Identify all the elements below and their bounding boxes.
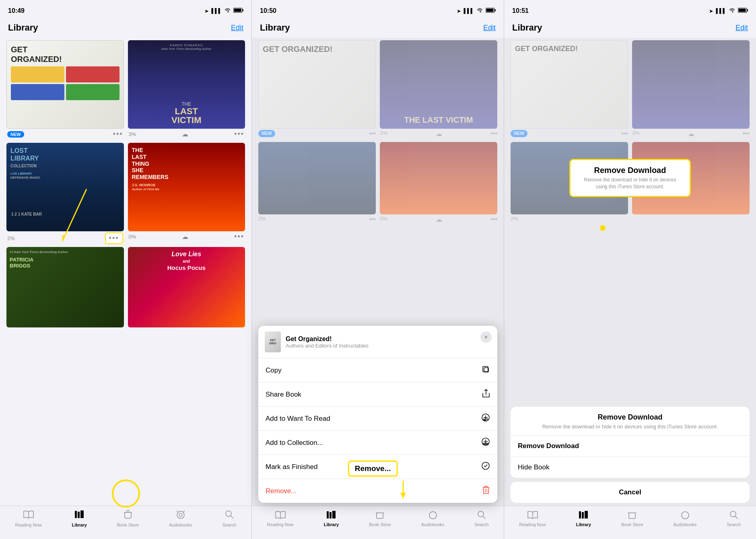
share-icon	[482, 389, 490, 400]
bg-books-row2: 2%••• 0%☁•••	[252, 141, 504, 225]
book-item-love-lies[interactable]: Love Lies and Hocus Pocus	[128, 247, 245, 327]
bottom-nav-2: Reading Now Library Book Store Audiobook…	[252, 506, 504, 539]
reading-now-icon-2	[275, 510, 286, 521]
context-book-author: Authors and Editors of Instructables	[286, 343, 369, 349]
context-item-collection[interactable]: Add to Collection...	[258, 431, 497, 455]
reading-now-icon-1	[23, 510, 34, 521]
remove-download-label: Remove Download	[518, 442, 579, 450]
remove-label: Remove...	[266, 487, 297, 495]
location-icon-2: ➤	[457, 8, 461, 14]
svg-point-48	[730, 511, 736, 517]
nav-library-3[interactable]: Library	[571, 509, 596, 529]
more-dots-last-victim[interactable]: •••	[234, 130, 244, 138]
context-item-want-read[interactable]: Add to Want To Read	[258, 407, 497, 431]
nav-bookstore-2[interactable]: Book Store	[364, 509, 396, 529]
context-book-info: Get Organized! Authors and Editors of In…	[286, 335, 369, 349]
cloud-icon-last-thing: ☁	[182, 233, 188, 241]
nav-reading-now-2[interactable]: Reading Now	[262, 509, 299, 529]
wifi-icon-2	[476, 7, 483, 14]
nav-bookstore-1[interactable]: Book Store	[112, 508, 144, 529]
copy-label: Copy	[266, 366, 282, 374]
bookstore-icon-1	[123, 510, 133, 521]
status-icons-3: ➤ ▌▌▌	[709, 7, 748, 14]
svg-point-11	[226, 511, 231, 516]
more-dots-last-thing[interactable]: •••	[234, 232, 244, 241]
panel-3: 10:51 ➤ ▌▌▌ Library Edit GET ORGANIZED!	[504, 0, 756, 539]
context-item-copy[interactable]: Copy	[258, 358, 497, 383]
book-cover-last-thing: THE LAST THING SHE REMEMBERS J.S. MONROE…	[128, 143, 245, 231]
svg-rect-36	[332, 511, 336, 518]
nav-search-2[interactable]: Search	[470, 509, 494, 529]
nav-reading-now-3[interactable]: Reading Now	[515, 509, 551, 529]
nav-search-label-1: Search	[222, 523, 237, 527]
nav-reading-now-1[interactable]: Reading Now	[10, 508, 46, 529]
nav-library-label-1: Library	[72, 523, 87, 527]
nav-audiobooks-label-1: Audiobooks	[169, 523, 192, 527]
wifi-icon-1	[224, 7, 231, 14]
more-dots-lost[interactable]: •••	[105, 232, 123, 244]
book-cover-love-lies: Love Lies and Hocus Pocus	[128, 247, 245, 327]
book-item-last-victim[interactable]: KAREN ROBARDS New York Times Bestselling…	[128, 40, 245, 140]
svg-rect-34	[327, 511, 329, 518]
book-item-lost-library[interactable]: LOST LIBRARY COLLECTION LOS LIBRARY DEFE…	[6, 143, 124, 245]
svg-point-47	[682, 512, 689, 519]
context-item-share[interactable]: Share Book	[258, 383, 497, 407]
book-meta-last-thing: 0% ☁ •••	[128, 231, 245, 242]
nav-search-1[interactable]: Search	[218, 508, 241, 529]
signal-icon-3: ▌▌▌	[716, 8, 726, 14]
book-item-get-organized[interactable]: GET ORGANIZED! NEW •••	[6, 40, 124, 140]
audiobooks-icon-3	[680, 510, 690, 521]
panel-2: 10:50 ➤ ▌▌▌ Library Edit GET ORGANIZED!	[252, 0, 504, 539]
more-dots-get[interactable]: •••	[113, 130, 123, 138]
bottom-nav-3: Reading Now Library Book Store Audiobook…	[504, 506, 756, 539]
action-sheet-cancel[interactable]: Cancel	[511, 482, 750, 503]
library-icon-3	[578, 510, 589, 521]
edit-button-1[interactable]: Edit	[231, 24, 243, 32]
status-time-2: 10:50	[260, 7, 276, 14]
nav-header-1: Library Edit	[0, 18, 251, 38]
context-item-remove[interactable]: Remove...	[258, 479, 497, 503]
audiobooks-label-3: Audiobooks	[674, 522, 697, 527]
book-item-patricia[interactable]: #1 New York Times Bestselling Author PAT…	[6, 247, 124, 327]
bg-books-3-row1: GET ORGANIZED! NEW ••• 3%☁•••	[504, 38, 756, 141]
bookstore-label-2: Book Store	[369, 522, 391, 527]
edit-button-3[interactable]: Edit	[735, 24, 748, 32]
svg-rect-8	[80, 510, 84, 518]
book-grid-row2: LOST LIBRARY COLLECTION LOS LIBRARY DEFE…	[0, 142, 251, 246]
svg-point-38	[478, 511, 484, 517]
remove-callout: Remove...	[348, 461, 398, 477]
audiobooks-label-2: Audiobooks	[421, 522, 445, 527]
bottom-nav-1: Reading Now Library Book Store Audiobook…	[0, 506, 251, 539]
signal-icon-2: ▌▌▌	[463, 8, 474, 14]
nav-library-2[interactable]: Library	[319, 509, 344, 529]
remove-download-annotation: Remove Download Remove the download or h…	[569, 159, 691, 197]
svg-rect-6	[75, 511, 77, 518]
collection-label: Add to Collection...	[266, 439, 323, 447]
nav-audiobooks-1[interactable]: Audiobooks	[164, 508, 197, 529]
action-sheet-hide-book[interactable]: Hide Book	[511, 457, 750, 478]
reading-now-label-2: Reading Now	[267, 522, 294, 527]
nav-library-1[interactable]: Library	[67, 508, 92, 529]
reading-now-label-3: Reading Now	[519, 522, 546, 527]
svg-rect-14	[495, 9, 496, 11]
action-sheet-main: Remove Download Remove the download or h…	[511, 407, 750, 478]
location-icon-3: ➤	[709, 8, 713, 14]
action-sheet-remove-download[interactable]: Remove Download	[511, 436, 750, 457]
edit-button-2[interactable]: Edit	[483, 24, 496, 32]
cloud-icon-last-victim: ☁	[182, 130, 188, 138]
trash-icon	[482, 486, 490, 496]
remove-download-callout-sub: Remove the download or hide it on device…	[578, 177, 682, 190]
context-book-thumb: GETORG!	[265, 331, 281, 352]
bookstore-icon-3	[627, 510, 637, 521]
want-read-label: Add to Want To Read	[266, 415, 330, 423]
svg-rect-45	[582, 512, 584, 518]
book-item-last-thing[interactable]: THE LAST THING SHE REMEMBERS J.S. MONROE…	[128, 143, 245, 245]
svg-rect-1	[243, 9, 244, 11]
svg-rect-2	[234, 9, 241, 12]
nav-bookstore-3[interactable]: Book Store	[616, 509, 648, 529]
nav-search-3[interactable]: Search	[722, 509, 746, 529]
action-sheet-header: Remove Download Remove the download or h…	[511, 407, 750, 436]
context-close-button[interactable]: ×	[480, 331, 492, 343]
nav-audiobooks-2[interactable]: Audiobooks	[416, 509, 449, 529]
nav-audiobooks-3[interactable]: Audiobooks	[669, 509, 702, 529]
